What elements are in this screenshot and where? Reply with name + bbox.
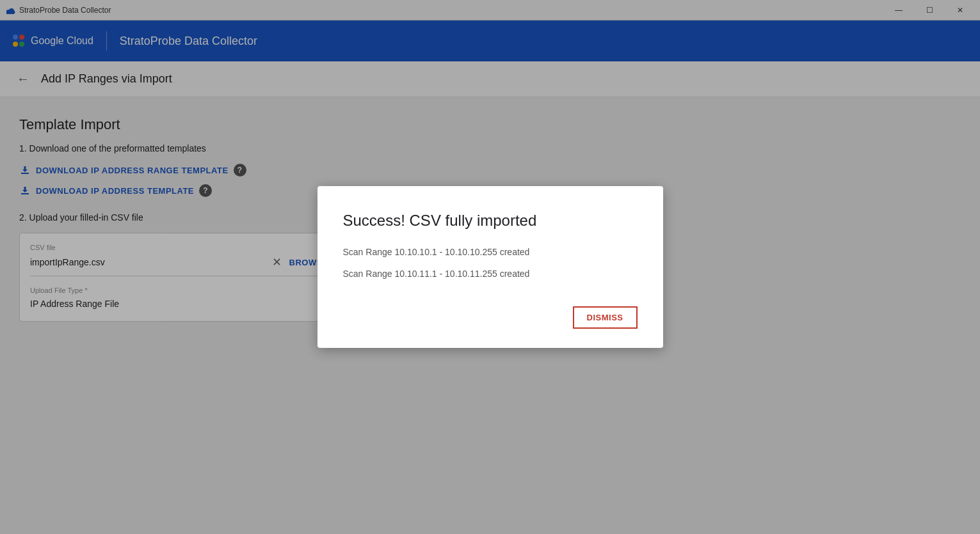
dismiss-button[interactable]: DISMISS xyxy=(573,306,638,329)
success-dialog: Success! CSV fully imported Scan Range 1… xyxy=(317,186,663,349)
dialog-body: Scan Range 10.10.10.1 - 10.10.10.255 cre… xyxy=(343,245,638,281)
scan-range-line2: Scan Range 10.10.11.1 - 10.10.11.255 cre… xyxy=(343,267,638,281)
dialog-overlay: Success! CSV fully imported Scan Range 1… xyxy=(0,0,980,534)
scan-range-line1: Scan Range 10.10.10.1 - 10.10.10.255 cre… xyxy=(343,245,638,259)
dialog-actions: DISMISS xyxy=(343,306,638,329)
dialog-title: Success! CSV fully imported xyxy=(343,212,638,230)
